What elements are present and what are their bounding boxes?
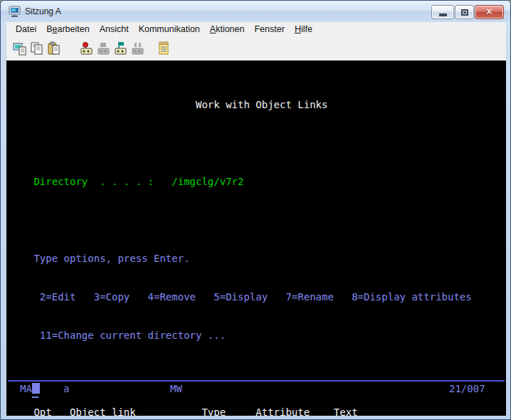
close-button[interactable]: ✕ [475,5,504,19]
oia-keyboard-indicator: a [63,382,69,395]
oia-insert-indicator [32,397,38,398]
menu-ansicht[interactable]: Ansicht [95,23,134,36]
title-bar[interactable]: Sitzung A ✕ [1,1,510,22]
terminal-session-icon [9,6,21,18]
window-title: Sitzung A [25,6,61,16]
operator-information-area: MA a MW 21/007 [6,382,506,395]
blank-row [28,367,502,380]
screen-title: Work with Object Links [28,98,502,111]
menu-hilfe[interactable]: Hilfe [290,23,317,36]
pause-macro-icon[interactable] [130,41,146,56]
oia-system-indicator: MA [20,382,32,395]
play-macro-icon[interactable] [113,41,129,56]
blank-row [28,214,502,226]
copy-icon[interactable] [29,41,45,56]
menu-bearbeiten[interactable]: Bearbeiten [41,23,94,36]
stop-macro-icon[interactable] [96,41,112,56]
minimize-icon [439,14,447,16]
close-icon: ✕ [475,6,503,17]
terminal-screen[interactable]: Work with Object Links Directory . . . .… [6,61,506,416]
copy-screen-icon[interactable] [12,41,28,56]
directory-row: Directory . . . . : /imgclg/v7r2 [28,175,502,188]
application-window: Sitzung A ✕ Datei Bearbeiten Ansicht Kom… [0,0,511,420]
edit-notepad-icon[interactable] [156,41,172,56]
menu-aktionen[interactable]: Aktionen [205,23,250,36]
maximize-button[interactable] [455,5,474,19]
menu-fenster[interactable]: Fenster [249,23,289,36]
menu-bar: Datei Bearbeiten Ansicht Kommunikation A… [6,22,506,36]
oia-cursor-block [32,383,40,394]
maximize-icon [461,9,468,16]
oia-cursor-position: 21/007 [449,382,485,395]
oia-separator [8,380,505,382]
menu-datei[interactable]: Datei [11,23,41,36]
instruction-row: Type options, press Enter. [28,252,502,265]
options-row-2: 11=Change current directory ... [28,329,502,342]
minimize-button[interactable] [431,5,454,19]
column-headers: Opt Object link Type Attribute Text [28,406,502,416]
menu-kommunikation[interactable]: Kommunikation [134,23,205,36]
toolbar [6,36,506,61]
blank-row [28,137,502,149]
oia-message-waiting: MW [170,382,182,395]
paste-icon[interactable] [46,41,62,56]
record-macro-icon[interactable] [79,41,95,56]
options-row-1: 2=Edit 3=Copy 4=Remove 5=Display 7=Renam… [28,290,502,303]
